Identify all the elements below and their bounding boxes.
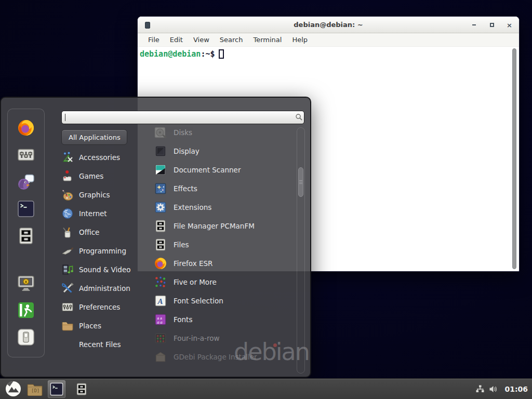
font-selection-icon: A <box>154 294 167 308</box>
firefox-icon[interactable] <box>17 118 35 137</box>
search-input[interactable] <box>61 111 304 124</box>
app-item-document-scanner[interactable]: Document Scanner <box>145 161 295 179</box>
category-games[interactable]: Games <box>61 167 139 185</box>
category-accessories[interactable]: Accessories <box>61 148 139 167</box>
app-item-font-selection[interactable]: A Font Selection <box>145 291 295 310</box>
terminal-taskbar-button[interactable] <box>48 380 65 398</box>
app-item-disks[interactable]: Disks <box>145 123 295 142</box>
app-item-file-manager-pcmanfm[interactable]: File Manager PCManFM <box>145 217 295 235</box>
category-administration[interactable]: Administration <box>61 279 139 298</box>
accessories-icon <box>61 151 74 164</box>
app-item-effects[interactable]: Effects <box>145 179 295 198</box>
close-button[interactable]: × <box>506 22 513 29</box>
gdebi-icon <box>154 350 167 364</box>
firefox-icon <box>154 257 167 270</box>
administration-icon <box>61 282 74 295</box>
svg-text:a a: a a <box>157 320 163 325</box>
window-controls: × <box>471 17 513 33</box>
window-title: debian@debian: ~ <box>138 21 519 29</box>
disks-icon <box>154 126 167 139</box>
category-preferences[interactable]: Preferences <box>61 298 139 316</box>
favorites-sidebar <box>7 109 45 357</box>
app-item-display[interactable]: Display <box>145 142 295 161</box>
clock[interactable]: 01:06 <box>504 385 528 393</box>
file-manager-taskbar-button[interactable] <box>73 380 90 398</box>
shell-prompt: debian@debian:~$ <box>140 49 224 59</box>
svg-text:A: A <box>157 297 163 305</box>
app-item-firefox-esr[interactable]: Firefox ESR <box>145 254 295 273</box>
category-list: Accessories Games Graphics <box>61 148 139 354</box>
search-caret <box>65 114 65 121</box>
pidgin-icon[interactable] <box>17 172 35 191</box>
menu-edit[interactable]: Edit <box>165 34 188 45</box>
application-list: Disks Display Document Scanner Effec <box>145 123 295 366</box>
app-item-four-in-a-row[interactable]: Four-in-a-row <box>145 329 295 348</box>
category-programming[interactable]: Programming <box>61 242 139 260</box>
places-icon <box>61 320 74 332</box>
menu-button[interactable] <box>4 380 22 398</box>
files-icon <box>154 238 167 251</box>
app-item-extensions[interactable]: Extensions <box>145 198 295 217</box>
games-icon <box>61 170 74 182</box>
office-icon <box>61 226 74 238</box>
effects-icon <box>154 182 167 195</box>
category-office[interactable]: Office <box>61 223 139 242</box>
sound-video-icon <box>61 263 74 276</box>
terminal-menubar: File Edit View Search Terminal Help <box>138 33 519 47</box>
terminal-icon[interactable] <box>17 200 35 218</box>
file-manager-icon <box>154 219 167 233</box>
menu-logo-icon <box>5 381 21 397</box>
preferences-icon <box>61 301 74 313</box>
preferences-sliders-icon[interactable] <box>17 145 35 164</box>
extensions-icon <box>154 201 167 214</box>
terminal-window-icon <box>145 22 150 29</box>
file-manager-icon <box>75 382 88 396</box>
lock-screen-icon[interactable] <box>17 274 35 292</box>
search-icon <box>295 113 303 121</box>
shutdown-icon[interactable] <box>17 328 35 347</box>
graphics-icon <box>61 189 74 201</box>
menu-scrollbar-thumb[interactable] <box>298 167 303 197</box>
file-manager-icon[interactable] <box>17 227 35 245</box>
programming-icon <box>61 245 74 257</box>
desktop: debian@debian: ~ × File Edit View Search… <box>0 0 532 399</box>
internet-icon <box>61 207 74 220</box>
application-menu: All Applications Accessories Games <box>0 97 311 378</box>
menu-help[interactable]: Help <box>287 34 313 45</box>
category-places[interactable]: Places <box>61 316 139 335</box>
document-scanner-icon <box>154 163 167 177</box>
minimize-button[interactable] <box>471 22 477 29</box>
terminal-cursor <box>219 49 224 59</box>
app-item-fonts[interactable]: a aa a Fonts <box>145 310 295 329</box>
volume-icon[interactable] <box>489 384 498 394</box>
menu-search[interactable]: Search <box>215 34 248 45</box>
desktop-folder-button[interactable]: [D] <box>26 380 44 398</box>
terminal-icon <box>49 382 64 396</box>
maximize-button[interactable] <box>488 22 495 29</box>
all-applications-label: All Applications <box>69 134 121 141</box>
network-icon[interactable] <box>475 384 485 394</box>
menu-scrollbar[interactable] <box>297 127 305 374</box>
five-or-more-icon <box>154 275 167 289</box>
app-item-gdebi-package-installer[interactable]: GDebi Package Installer <box>145 348 295 366</box>
terminal-titlebar[interactable]: debian@debian: ~ × <box>138 17 519 33</box>
taskbar: [D] 01:06 <box>0 378 532 399</box>
display-icon <box>154 144 167 158</box>
logout-icon[interactable] <box>17 301 35 320</box>
fonts-icon: a aa a <box>154 313 167 326</box>
category-graphics[interactable]: Graphics <box>61 185 139 204</box>
prompt-user: debian@debian <box>140 49 201 59</box>
menu-view[interactable]: View <box>188 34 215 45</box>
terminal-scrollbar[interactable] <box>511 48 517 269</box>
desktop-folder-icon: [D] <box>27 382 43 396</box>
category-internet[interactable]: Internet <box>61 204 139 223</box>
four-in-a-row-icon <box>154 331 167 345</box>
app-item-five-or-more[interactable]: Five or More <box>145 273 295 291</box>
terminal-scrollbar-thumb[interactable] <box>512 48 516 269</box>
category-sound-video[interactable]: Sound & Video <box>61 260 139 279</box>
category-recent-files[interactable]: Recent Files <box>61 335 139 354</box>
menu-terminal[interactable]: Terminal <box>248 34 287 45</box>
menu-file[interactable]: File <box>143 34 165 45</box>
app-item-files[interactable]: Files <box>145 235 295 254</box>
all-applications-button[interactable]: All Applications <box>61 129 127 145</box>
